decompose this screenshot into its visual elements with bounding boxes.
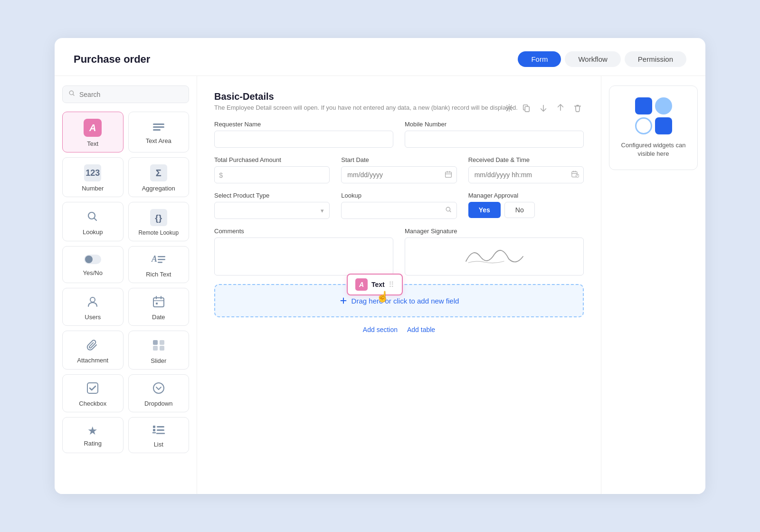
tab-form[interactable]: Form [518,51,561,67]
widget-users-label: Users [85,314,101,321]
manager-approval-field: Manager Approval Yes No [468,192,584,219]
text-widget-icon: A [84,119,102,137]
manager-signature-field: Manager Signature [405,228,584,276]
widget-users[interactable]: Users [62,288,124,326]
datetime-icon [571,171,579,180]
widget-date-label: Date [152,314,165,321]
tab-permission[interactable]: Permission [625,51,686,67]
widget-slider[interactable]: Slider [128,331,190,370]
widget-attachment[interactable]: Attachment [62,331,124,370]
product-type-label: Select Product Type [214,192,330,199]
tab-workflow[interactable]: Workflow [565,51,620,67]
widget-rating-label: Rating [84,440,102,447]
svg-rect-12 [153,298,164,307]
widget-remote-lookup[interactable]: {} Remote Lookup [128,202,190,241]
comments-input[interactable] [214,238,393,276]
widget-yes-no[interactable]: Yes/No [62,246,124,283]
widget-lookup[interactable]: Lookup [62,202,124,241]
widget-list[interactable]: List [128,417,190,453]
svg-rect-16 [153,346,158,351]
manager-approval-label: Manager Approval [468,192,584,199]
lookup-input[interactable] [341,202,456,219]
section-header: Basic-Details The Employee Detail screen… [214,91,584,121]
svg-rect-8 [158,256,165,257]
list-icon [152,424,165,437]
svg-rect-2 [153,126,164,128]
widget-attachment-label: Attachment [77,357,108,364]
slider-icon [152,338,166,354]
yes-button[interactable]: Yes [468,202,501,218]
requester-name-input[interactable] [214,131,393,148]
widget-checkbox[interactable]: Checkbox [62,374,124,412]
widget-textarea[interactable]: Text Area [128,112,190,152]
preview-icon-blue-ring [635,117,652,134]
aggregation-icon: Σ [150,164,167,181]
cursor-icon: ☝ [376,291,389,303]
total-purchased-input[interactable] [214,166,330,183]
svg-rect-9 [158,259,165,260]
dropdown-icon [152,381,165,397]
widget-aggregation[interactable]: Σ Aggregation [128,157,190,197]
rating-icon: ★ [87,425,98,437]
widget-date[interactable]: Date [128,288,190,326]
form-row-2: Total Purchased Amount $ Start Date [214,156,584,183]
start-date-label: Start Date [341,156,456,163]
svg-rect-23 [157,429,164,431]
widget-text-label: Text [87,140,98,147]
delete-button[interactable] [571,103,584,115]
svg-rect-13 [156,303,158,304]
product-type-select[interactable] [214,202,330,219]
widget-text[interactable]: A Text [62,112,124,152]
comments-label: Comments [214,228,393,235]
widget-preview-text: Configured widgets can visible here [617,141,690,158]
widget-number-label: Number [82,185,104,192]
no-button[interactable]: No [504,202,535,218]
textarea-icon [152,122,165,134]
lookup-label: Lookup [341,192,456,199]
floating-widget[interactable]: A Text ⠿ ☝ [347,274,403,295]
preview-icon-blue-square [635,97,652,114]
add-table-button[interactable]: Add table [407,326,435,333]
mobile-number-label: Mobile Number [405,121,584,128]
widget-rating[interactable]: ★ Rating [62,417,124,453]
add-section-button[interactable]: Add section [363,326,398,333]
product-type-wrap: ▾ [214,202,330,219]
lookup-field: Lookup [341,192,456,219]
search-input[interactable] [79,91,183,98]
date-icon [152,295,165,310]
svg-rect-15 [160,340,164,345]
total-purchased-wrap: $ [214,166,330,183]
widget-preview-icons [635,97,672,134]
rich-text-icon: A [151,253,166,267]
widget-checkbox-label: Checkbox [79,400,106,407]
widget-number[interactable]: 123 Number [62,157,124,197]
header: Purchase order Form Workflow Permission [55,38,705,76]
widget-rich-text-label: Rich Text [146,271,171,278]
search-box[interactable] [62,86,189,103]
move-down-button[interactable] [537,103,550,115]
move-up-button[interactable] [554,103,567,115]
widget-dropdown[interactable]: Dropdown [128,374,190,412]
attachment-icon [86,338,99,353]
floating-widget-label: Text [371,281,385,288]
comments-field: Comments [214,228,393,276]
svg-point-11 [90,297,95,302]
start-date-input[interactable] [341,166,456,183]
total-purchased-field: Total Purchased Amount $ [214,156,330,183]
copy-button[interactable] [520,103,532,115]
widget-rich-text[interactable]: A Rich Text [128,246,190,283]
form-row-1: Requester Name Mobile Number [214,121,584,148]
received-date-input[interactable] [468,166,584,183]
mobile-number-input[interactable] [405,131,584,148]
currency-prefix: $ [219,171,223,179]
lookup-icon [86,210,99,225]
section-title: Basic-Details [214,91,584,102]
form-row-3: Select Product Type ▾ Lookup [214,192,584,219]
preview-icon-blue-circle [655,97,672,114]
lookup-wrap [341,202,456,219]
main-container: Purchase order Form Workflow Permission [55,38,705,494]
yes-no-icon [84,255,101,266]
svg-rect-22 [153,429,155,431]
lookup-search-icon [445,206,452,215]
sidebar: A Text Text Area 123 [55,76,197,494]
